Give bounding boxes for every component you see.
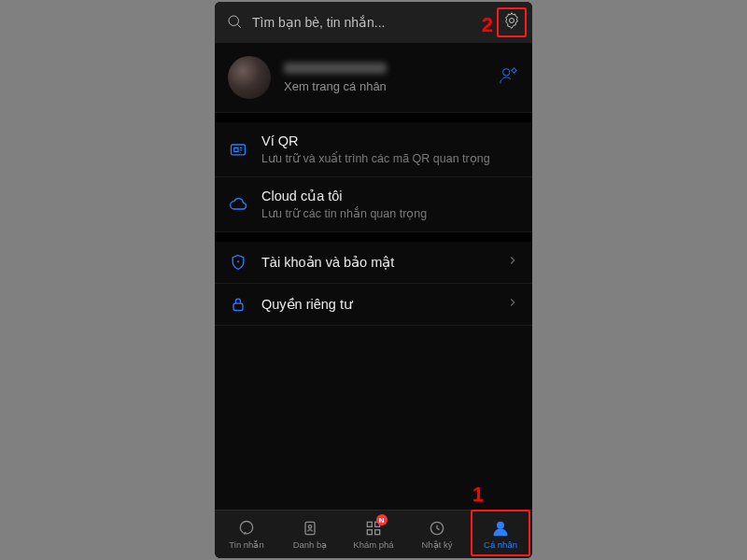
gear-icon bbox=[502, 11, 521, 34]
profile-subtitle: Xem trang cá nhân bbox=[284, 79, 486, 93]
tab-label: Tin nhắn bbox=[229, 539, 263, 550]
search-icon bbox=[226, 13, 243, 33]
svg-point-3 bbox=[503, 69, 510, 76]
tab-contacts[interactable]: Danh bạ bbox=[278, 511, 342, 558]
header: Tìm bạn bè, tin nhắn... bbox=[215, 2, 532, 43]
svg-point-2 bbox=[510, 19, 514, 23]
svg-rect-15 bbox=[375, 530, 380, 535]
chat-icon bbox=[237, 519, 256, 538]
svg-point-9 bbox=[240, 522, 252, 534]
tab-diary[interactable]: Nhật ký bbox=[405, 511, 469, 558]
svg-rect-14 bbox=[367, 530, 372, 535]
qr-wallet-row[interactable]: Ví QR Lưu trữ và xuất trình các mã QR qu… bbox=[215, 122, 532, 177]
profile-name-blur bbox=[284, 63, 387, 74]
qr-icon bbox=[228, 140, 248, 159]
svg-point-7 bbox=[237, 260, 239, 262]
lock-icon bbox=[228, 295, 248, 314]
shield-icon bbox=[228, 253, 248, 272]
security-title: Tài khoản và bảo mật bbox=[261, 255, 493, 270]
privacy-row[interactable]: Quyền riêng tư bbox=[215, 284, 532, 326]
svg-point-0 bbox=[229, 16, 239, 26]
qr-title: Ví QR bbox=[261, 133, 519, 148]
tab-label: Khám phá bbox=[353, 539, 393, 550]
privacy-title: Quyền riêng tư bbox=[261, 297, 493, 312]
tab-bar: Tin nhắn Danh bạ N Khám phá Nhật ký Cá n… bbox=[215, 510, 532, 558]
svg-rect-6 bbox=[234, 147, 238, 151]
tab-label: Nhật ký bbox=[422, 539, 453, 550]
svg-rect-12 bbox=[367, 522, 372, 526]
cloud-title: Cloud của tôi bbox=[261, 189, 519, 203]
profile-row[interactable]: Xem trang cá nhân bbox=[215, 43, 532, 113]
qr-sub: Lưu trữ và xuất trình các mã QR quan trọ… bbox=[261, 151, 519, 165]
cloud-icon bbox=[228, 195, 248, 214]
tab-discover[interactable]: N Khám phá bbox=[342, 511, 405, 558]
tab-label: Cá nhân bbox=[484, 539, 517, 550]
tab-messages[interactable]: Tin nhắn bbox=[215, 511, 278, 558]
avatar bbox=[228, 56, 271, 99]
content: Xem trang cá nhân Ví QR Lưu trữ và xuất … bbox=[215, 43, 532, 510]
svg-point-17 bbox=[498, 522, 504, 528]
cloud-row[interactable]: Cloud của tôi Lưu trữ các tin nhắn quan … bbox=[215, 177, 532, 232]
search-bar[interactable]: Tìm bạn bè, tin nhắn... bbox=[226, 13, 497, 33]
svg-line-1 bbox=[237, 24, 240, 27]
tab-me[interactable]: Cá nhân bbox=[469, 511, 532, 558]
person-icon bbox=[491, 519, 510, 538]
svg-point-4 bbox=[512, 68, 515, 72]
svg-point-11 bbox=[308, 525, 311, 528]
search-placeholder: Tìm bạn bè, tin nhắn... bbox=[252, 15, 386, 30]
chevron-right-icon bbox=[506, 254, 519, 271]
contacts-icon bbox=[301, 519, 319, 538]
phone-screen: Tìm bạn bè, tin nhắn... 2 Xem trang cá n… bbox=[215, 2, 532, 558]
clock-icon bbox=[428, 519, 446, 538]
add-friend-icon[interactable] bbox=[499, 65, 519, 90]
security-row[interactable]: Tài khoản và bảo mật bbox=[215, 242, 532, 284]
cloud-sub: Lưu trữ các tin nhắn quan trọng bbox=[261, 206, 519, 220]
chevron-right-icon bbox=[506, 296, 519, 313]
discover-badge: N bbox=[376, 514, 388, 525]
settings-button[interactable] bbox=[497, 7, 527, 37]
svg-rect-8 bbox=[233, 303, 243, 311]
tab-label: Danh bạ bbox=[293, 539, 328, 550]
